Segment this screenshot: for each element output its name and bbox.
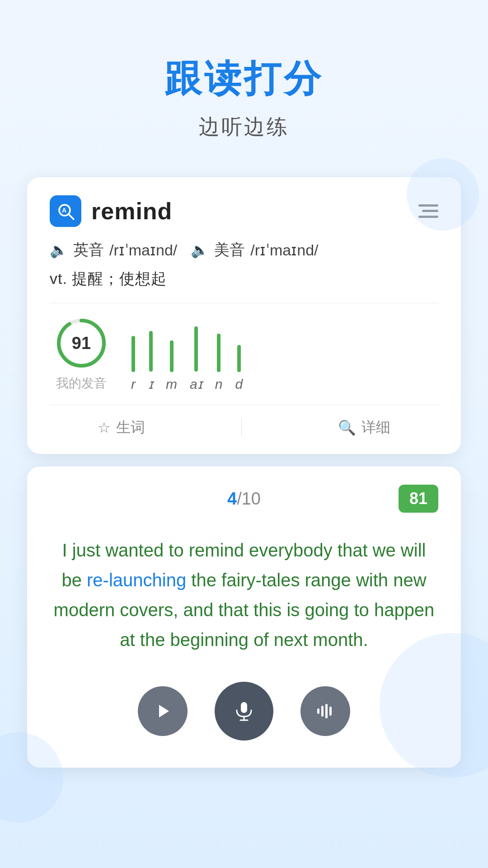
menu-icon[interactable]: [418, 203, 438, 220]
dict-header: A remind: [50, 195, 438, 227]
pronunciation-section: 91 我的发音 rɪmaɪnd: [50, 316, 438, 392]
dict-actions: ☆ 生词 🔍 详细: [50, 418, 438, 438]
dict-word: remind: [91, 198, 172, 225]
phoneme-item: ɪ: [148, 331, 153, 392]
reading-controls: [50, 682, 438, 741]
play-icon: [153, 701, 173, 721]
highlighted-word: re-launching: [87, 570, 186, 590]
dict-actions-divider: [50, 405, 438, 405]
svg-rect-9: [325, 704, 328, 718]
dict-divider: [50, 303, 438, 303]
uk-label: 英音: [73, 240, 104, 260]
reading-text: I just wanted to remind everybody that w…: [50, 535, 438, 655]
page-subtitle: 边听边练: [199, 113, 289, 141]
svg-rect-8: [321, 706, 324, 717]
phoneme-symbol: r: [131, 377, 136, 392]
phoneme-bar: [217, 334, 221, 372]
star-icon: ☆: [98, 419, 111, 436]
uk-phonetic: /rɪˈmaɪnd/: [109, 241, 177, 259]
phoneme-item: d: [235, 345, 243, 392]
score-badge: 81: [399, 485, 438, 513]
svg-rect-10: [329, 707, 332, 716]
phoneme-bar: [237, 345, 241, 372]
dict-logo-word: A remind: [50, 195, 172, 227]
action-divider: [241, 419, 242, 437]
mic-icon: [232, 699, 256, 723]
dictionary-card: A remind 🔈 英音 /rɪˈmaɪnd/ 🔈 美音 /rɪˈmaɪnd/…: [27, 177, 461, 454]
play-button[interactable]: [138, 686, 188, 736]
us-speaker-icon[interactable]: 🔈: [191, 241, 209, 259]
wave-button[interactable]: [300, 686, 350, 736]
uk-phonetic-group: 🔈 英音 /rɪˈmaɪnd/: [50, 240, 177, 260]
detail-button[interactable]: 🔍 详细: [338, 418, 390, 438]
reading-header: 4/10 81: [50, 485, 438, 513]
phoneme-bar: [131, 336, 135, 372]
score-number: 91: [72, 334, 91, 353]
phoneme-item: r: [131, 336, 136, 392]
reading-card: 4/10 81 I just wanted to remind everybod…: [27, 467, 461, 768]
svg-text:A: A: [62, 207, 66, 214]
dict-definition: vt. 提醒；使想起: [50, 269, 438, 289]
phoneme-item: m: [166, 340, 177, 392]
phoneme-bar: [170, 340, 174, 372]
phoneme-symbol: m: [166, 377, 177, 392]
svg-line-1: [69, 214, 74, 219]
phoneme-bar: [194, 326, 198, 372]
phoneme-bar: [149, 331, 153, 372]
search-icon: 🔍: [338, 419, 356, 436]
us-phonetic: /rɪˈmaɪnd/: [250, 241, 318, 259]
total-count: 10: [242, 489, 261, 508]
svg-marker-3: [159, 705, 169, 717]
current-index: 4: [227, 489, 237, 508]
score-circle-container: 91 我的发音: [50, 316, 113, 392]
wave-icon: [315, 701, 335, 721]
vocab-button[interactable]: ☆ 生词: [98, 418, 145, 438]
dict-phonetics: 🔈 英音 /rɪˈmaɪnd/ 🔈 美音 /rɪˈmaɪnd/: [50, 240, 438, 260]
dict-logo: A: [50, 195, 81, 227]
phoneme-symbol: ɪ: [148, 376, 153, 392]
reading-progress: 4/10: [179, 489, 309, 509]
phoneme-item: aɪ: [190, 326, 202, 392]
page-title: 跟读打分: [164, 54, 324, 104]
phoneme-symbol: aɪ: [190, 376, 202, 392]
us-phonetic-group: 🔈 美音 /rɪˈmaɪnd/: [191, 240, 318, 260]
phoneme-bars: rɪmaɪnd: [131, 326, 438, 392]
phoneme-symbol: n: [215, 377, 223, 392]
phoneme-symbol: d: [235, 377, 243, 392]
score-circle: 91: [54, 316, 108, 370]
svg-rect-7: [317, 708, 319, 714]
mic-button[interactable]: [215, 682, 273, 741]
us-label: 美音: [214, 240, 245, 260]
score-label: 我的发音: [56, 375, 107, 392]
svg-rect-4: [241, 702, 247, 713]
progress-separator: /: [237, 489, 242, 508]
phoneme-item: n: [215, 334, 223, 392]
uk-speaker-icon[interactable]: 🔈: [50, 241, 68, 259]
dictionary-icon: A: [56, 201, 75, 221]
